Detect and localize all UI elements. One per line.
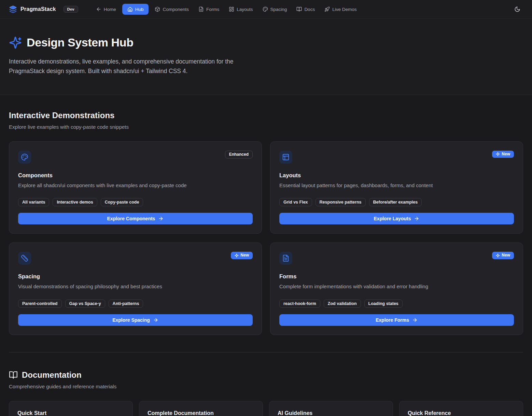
- badge-label: New: [502, 253, 510, 258]
- nav-label: Forms: [206, 7, 219, 12]
- nav-label: Docs: [304, 7, 315, 12]
- card-description: Essential layout patterns for pages, das…: [279, 182, 514, 189]
- nav-label: Hub: [135, 7, 144, 12]
- arrow-left-icon: [96, 6, 101, 12]
- tag: Before/after examples: [369, 198, 422, 206]
- brand-name: PragmaStack: [20, 6, 56, 12]
- doc-card-title: Complete Documentation: [148, 410, 254, 416]
- nav-label: Live Demos: [332, 7, 356, 12]
- nav-item-home[interactable]: Home: [93, 4, 120, 15]
- arrow-right-icon: [153, 317, 158, 323]
- arrow-right-icon: [414, 216, 419, 221]
- demo-card-forms: New Forms Complete form implementations …: [270, 242, 523, 335]
- sparkles-icon: [235, 253, 239, 258]
- doc-card-quick-start[interactable]: Quick Start 5-minute crash course: [9, 401, 133, 416]
- page-title: Design System Hub: [27, 36, 134, 49]
- layout-dashboard-icon: [229, 6, 234, 12]
- file-text-icon: [279, 252, 292, 265]
- doc-card-quick-reference[interactable]: Quick Reference Cheat sheet for lookups: [399, 401, 523, 416]
- button-label: Explore Forms: [376, 317, 409, 323]
- docs-card-grid: Quick Start 5-minute crash course Comple…: [9, 401, 523, 416]
- card-title: Layouts: [279, 172, 514, 179]
- status-badge: New: [492, 151, 514, 158]
- docs-section-title: Documentation: [22, 370, 82, 380]
- moon-icon: [514, 6, 520, 12]
- doc-card-ai-guidelines[interactable]: AI Guidelines Rules for AI code generati…: [269, 401, 393, 416]
- tag: Loading states: [364, 300, 403, 308]
- main-content: Interactive Demonstrations Explore live …: [0, 95, 532, 416]
- box-icon: [155, 6, 160, 12]
- demos-section-subtitle: Explore live examples with copy-paste co…: [9, 124, 523, 130]
- button-label: Explore Spacing: [112, 317, 150, 323]
- nav-label: Spacing: [270, 7, 287, 12]
- nav-item-hub[interactable]: Hub: [122, 4, 149, 15]
- palette-icon: [18, 151, 31, 164]
- explore-spacing-button[interactable]: Explore Spacing: [18, 314, 253, 326]
- nav-links: Home Hub Components Forms Layouts: [93, 4, 360, 15]
- section-divider: [9, 352, 523, 352]
- tag-row: Parent-controlled Gap vs Space-y Anti-pa…: [18, 300, 253, 308]
- nav-item-spacing[interactable]: Spacing: [259, 4, 291, 15]
- status-badge: New: [231, 252, 253, 259]
- nav-label: Layouts: [237, 7, 253, 12]
- tag: react-hook-form: [279, 300, 320, 308]
- sparkles-icon: [496, 152, 500, 156]
- demo-card-grid: Enhanced Components Explore all shadcn/u…: [9, 141, 523, 335]
- hero-section: Design System Hub Interactive demonstrat…: [0, 19, 532, 95]
- card-title: Forms: [279, 273, 514, 280]
- explore-components-button[interactable]: Explore Components: [18, 213, 253, 224]
- rocket-icon: [324, 6, 330, 12]
- docs-section-subtitle: Comprehensive guides and reference mater…: [9, 384, 523, 389]
- badge-label: New: [502, 152, 510, 156]
- card-title: Spacing: [18, 273, 253, 280]
- nav-label: Components: [163, 7, 189, 12]
- documentation-section: Documentation Comprehensive guides and r…: [9, 370, 523, 416]
- card-description: Explore all shadcn/ui components with li…: [18, 182, 253, 189]
- nav-item-layouts[interactable]: Layouts: [225, 4, 256, 15]
- theme-toggle-button[interactable]: [512, 3, 523, 15]
- status-badge: New: [492, 252, 514, 259]
- arrow-right-icon: [412, 317, 418, 323]
- status-badge: Enhanced: [225, 151, 253, 158]
- nav-item-live-demos[interactable]: Live Demos: [321, 4, 360, 15]
- tag: Interactive demos: [53, 198, 97, 206]
- tag-row: Grid vs Flex Responsive patterns Before/…: [279, 198, 514, 206]
- ruler-icon: [18, 252, 31, 265]
- book-open-icon: [296, 6, 302, 12]
- nav-item-components[interactable]: Components: [151, 4, 192, 15]
- sparkles-icon: [496, 253, 500, 258]
- page-description: Interactive demonstrations, live example…: [9, 57, 262, 76]
- brand-logo[interactable]: PragmaStack Dev: [9, 5, 78, 13]
- doc-card-title: AI Guidelines: [278, 410, 384, 416]
- palette-icon: [263, 6, 268, 12]
- file-text-icon: [198, 6, 204, 12]
- nav-label: Home: [104, 7, 116, 12]
- tag: Zod validation: [324, 300, 361, 308]
- doc-card-title: Quick Reference: [408, 410, 515, 416]
- tag: Grid vs Flex: [279, 198, 312, 206]
- tag: Anti-patterns: [109, 300, 143, 308]
- house-icon: [127, 6, 133, 12]
- arrow-right-icon: [158, 216, 164, 221]
- demo-card-components: Enhanced Components Explore all shadcn/u…: [9, 141, 262, 234]
- doc-card-title: Quick Start: [17, 410, 124, 416]
- sparkles-icon: [9, 36, 22, 49]
- card-description: Complete form implementations with valid…: [279, 283, 514, 290]
- dev-badge: Dev: [64, 6, 78, 13]
- tag: Responsive patterns: [316, 198, 366, 206]
- book-open-icon: [9, 371, 18, 379]
- tag: Gap vs Space-y: [65, 300, 105, 308]
- top-nav: PragmaStack Dev Home Hub Components Fo: [0, 0, 532, 19]
- demos-section-title: Interactive Demonstrations: [9, 111, 523, 120]
- tag: All variants: [18, 198, 49, 206]
- explore-layouts-button[interactable]: Explore Layouts: [279, 213, 514, 224]
- doc-card-complete-documentation[interactable]: Complete Documentation Full design syste…: [139, 401, 263, 416]
- demo-card-spacing: New Spacing Visual demonstrations of spa…: [9, 242, 262, 335]
- nav-item-docs[interactable]: Docs: [293, 4, 318, 15]
- card-title: Components: [18, 172, 253, 179]
- button-label: Explore Layouts: [374, 216, 411, 221]
- tag: Copy-paste code: [101, 198, 143, 206]
- explore-forms-button[interactable]: Explore Forms: [279, 314, 514, 326]
- nav-item-forms[interactable]: Forms: [195, 4, 223, 15]
- tag-row: react-hook-form Zod validation Loading s…: [279, 300, 514, 308]
